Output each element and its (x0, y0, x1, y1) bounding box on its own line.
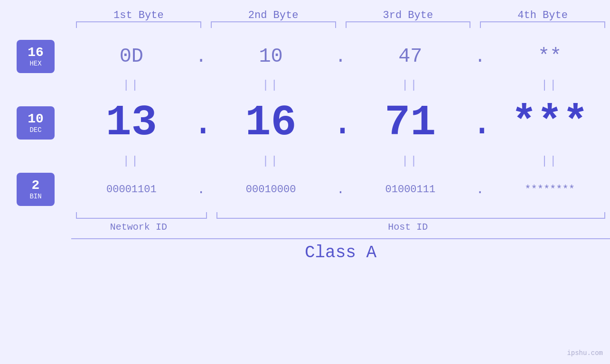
hex-byte4: ** (489, 45, 610, 68)
hex-byte1: 0D (71, 45, 192, 68)
equals-content-2: || || || || (71, 151, 610, 170)
bin-byte1: 00001101 (71, 184, 192, 196)
bin-byte3: 01000111 (350, 184, 471, 196)
bracket-network-id (76, 212, 207, 219)
class-label-row: Class A (71, 243, 610, 262)
id-labels-row: Network ID Host ID (0, 222, 610, 233)
eq2-byte2: || (211, 155, 331, 168)
hex-row: 16 HEX 0D . 10 . 47 . ** (0, 37, 610, 75)
dec-dot1: . (192, 102, 211, 145)
bracket-byte1 (76, 21, 201, 28)
dec-byte1: 13 (71, 99, 192, 147)
eq2-byte1: || (71, 155, 192, 168)
bracket-host-id (216, 212, 605, 219)
bin-values-row: 00001101 . 00010000 . 01000111 . *******… (71, 170, 610, 208)
hex-dot2: . (331, 47, 350, 67)
equals-values-1: || || || || (71, 75, 610, 94)
host-id-label: Host ID (206, 222, 610, 233)
hex-byte2: 10 (211, 45, 331, 68)
dec-label-col: 10 DEC (0, 94, 71, 151)
bin-dot2: . (331, 182, 350, 197)
equals-content-1: || || || || (71, 75, 610, 94)
bin-dot1: . (192, 182, 211, 197)
byte1-header: 1st Byte (71, 9, 206, 21)
eq2-byte3: || (350, 155, 471, 168)
dec-badge: 10 DEC (17, 106, 55, 140)
bin-dot3: . (470, 182, 489, 197)
equals-label-spacer1 (0, 75, 71, 94)
equals-label-spacer2 (0, 151, 71, 170)
hex-byte3: 47 (350, 45, 471, 68)
hex-badge: 16 HEX (17, 40, 55, 73)
byte3-header: 3rd Byte (341, 9, 476, 21)
dec-dot2: . (331, 102, 350, 145)
bin-byte4: ******** (489, 184, 610, 196)
eq1-byte2: || (211, 79, 331, 92)
dec-byte2: 16 (211, 99, 331, 147)
bin-byte2: 00010000 (211, 184, 331, 196)
dec-row: 10 DEC 13 . 16 . 71 . *** (0, 94, 610, 151)
class-underline (71, 238, 610, 239)
eq1-byte4: || (489, 79, 610, 92)
eq2-byte4: || (489, 155, 610, 168)
equals-row-1: || || || || (0, 75, 610, 94)
eq1-byte3: || (350, 79, 471, 92)
byte-headers: 1st Byte 2nd Byte 3rd Byte 4th Byte (0, 9, 610, 21)
bracket-byte3 (346, 21, 471, 28)
class-label: Class A (305, 243, 376, 262)
equals-row-2: || || || || (0, 151, 610, 170)
dec-dot3: . (470, 102, 489, 145)
equals-values-2: || || || || (71, 151, 610, 170)
bin-badge: 2 BIN (17, 173, 55, 206)
bin-row: 2 BIN 00001101 . 00010000 . 01000111 . *… (0, 170, 610, 208)
hex-dot3: . (470, 47, 489, 67)
byte4-header: 4th Byte (475, 9, 610, 21)
network-id-label: Network ID (71, 222, 206, 233)
hex-dot1: . (192, 47, 211, 67)
byte2-header: 2nd Byte (206, 9, 341, 21)
bin-content: 00001101 . 00010000 . 01000111 . *******… (71, 170, 610, 208)
hex-label-col: 16 HEX (0, 37, 71, 75)
rows-area: 16 HEX 0D . 10 . 47 . ** (0, 37, 610, 208)
eq1-byte1: || (71, 79, 192, 92)
dec-content: 13 . 16 . 71 . *** (71, 94, 610, 151)
bin-label-col: 2 BIN (0, 170, 71, 208)
bottom-brackets-row (0, 212, 610, 219)
dec-byte3: 71 (350, 99, 471, 147)
bracket-byte2 (211, 21, 336, 28)
bracket-byte4 (480, 21, 605, 28)
dec-values-row: 13 . 16 . 71 . *** (71, 94, 610, 151)
dec-byte4: *** (489, 99, 610, 147)
hex-content: 0D . 10 . 47 . ** (71, 37, 610, 75)
watermark: ipshu.com (567, 349, 603, 357)
main-container: 1st Byte 2nd Byte 3rd Byte 4th Byte 16 H… (0, 0, 610, 364)
hex-values-row: 0D . 10 . 47 . ** (71, 37, 610, 75)
top-brackets (0, 21, 610, 28)
